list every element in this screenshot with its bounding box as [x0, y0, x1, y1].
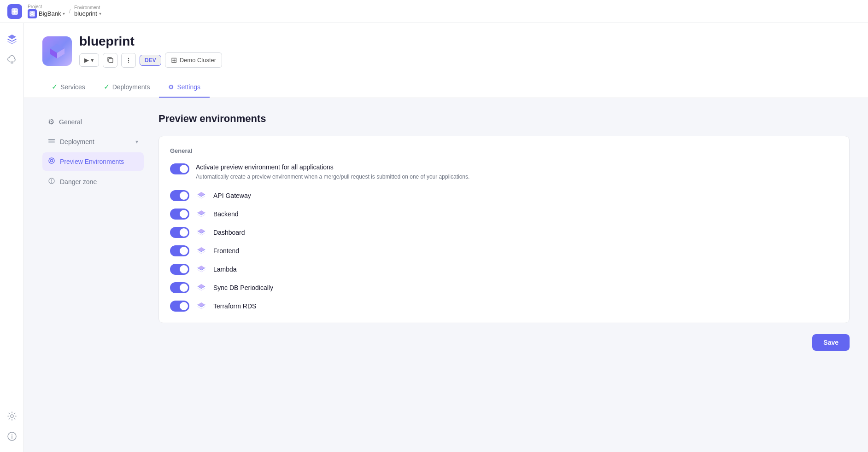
topbar: Project BigBank ▾ / Environment blueprin…: [0, 0, 868, 23]
svg-rect-8: [48, 139, 55, 140]
service-toggle-backend[interactable]: [170, 209, 189, 220]
sidebar-general-label: General: [59, 118, 82, 126]
tab-settings[interactable]: ⚙ Settings: [159, 77, 210, 98]
svg-rect-4: [109, 58, 113, 63]
service-icon: [196, 190, 207, 201]
project-icon: [28, 9, 37, 18]
svg-point-6: [128, 59, 129, 60]
header-section: blueprint ▶ ▾: [24, 23, 868, 98]
activate-preview-toggle[interactable]: [170, 163, 189, 174]
breadcrumb-separator: /: [69, 8, 70, 15]
env-name-link[interactable]: blueprint ▾: [74, 10, 101, 17]
sidebar-bottom-icons: [4, 408, 20, 445]
project-name-link[interactable]: BigBank ▾: [28, 9, 65, 18]
env-chevron-icon: ▾: [99, 11, 101, 16]
service-toggle-frontend[interactable]: [170, 245, 189, 256]
cluster-icon: ⊞: [171, 56, 177, 64]
more-options-button[interactable]: [121, 53, 136, 68]
settings-sidebar: ⚙ General Deployment ▾: [42, 113, 144, 351]
env-title-group: blueprint ▶ ▾: [79, 34, 222, 68]
cluster-name: Demo Cluster: [180, 57, 216, 64]
service-list: API Gateway Backend Dashboard: [170, 190, 838, 312]
service-name: Lambda: [213, 266, 237, 273]
dev-badge-button[interactable]: DEV: [140, 55, 161, 66]
copy-button[interactable]: [103, 53, 117, 68]
service-toggle-row: API Gateway: [170, 190, 838, 201]
service-toggle-row: Lambda: [170, 264, 838, 275]
settings-page-title: Preview environments: [158, 113, 850, 125]
svg-point-2: [11, 415, 13, 417]
tab-services[interactable]: ✓ Services: [42, 77, 94, 98]
deployment-icon: [48, 137, 55, 146]
project-label: Project: [28, 5, 65, 9]
general-card: General Activate preview environment for…: [158, 136, 850, 323]
service-toggle-api-gateway[interactable]: [170, 190, 189, 201]
env-actions: ▶ ▾: [79, 52, 222, 68]
sidebar-item-general[interactable]: ⚙ General: [42, 113, 144, 131]
card-section-title: General: [170, 147, 838, 154]
play-chevron-icon: ▾: [91, 57, 94, 64]
main-toggle-label-group: Activate preview environment for all app…: [196, 163, 838, 181]
service-toggle-row: Dashboard: [170, 227, 838, 238]
service-name: Dashboard: [213, 229, 245, 236]
service-toggle-lambda[interactable]: [170, 264, 189, 275]
sidebar-deployment-label: Deployment: [60, 138, 94, 145]
svg-rect-9: [48, 141, 55, 143]
danger-icon: [48, 177, 55, 186]
deployments-check-icon: ✓: [104, 82, 110, 91]
tab-deployments-label: Deployments: [112, 83, 150, 91]
main-content: blueprint ▶ ▾: [24, 23, 868, 452]
service-toggle-row: Sync DB Periodically: [170, 282, 838, 293]
service-toggle-sync-db[interactable]: [170, 282, 189, 293]
deployment-left: Deployment: [48, 137, 94, 146]
service-name: Sync DB Periodically: [213, 284, 273, 291]
service-toggle-terraform-rds[interactable]: [170, 301, 189, 312]
sidebar-item-deployment[interactable]: Deployment ▾: [42, 133, 144, 151]
svg-point-7: [128, 61, 129, 62]
icon-sidebar: [0, 23, 24, 452]
cluster-button[interactable]: ⊞ Demo Cluster: [165, 52, 222, 68]
sidebar-cloud-icon[interactable]: [4, 51, 20, 67]
main-toggle-label: Activate preview environment for all app…: [196, 163, 838, 171]
service-toggle-row: Terraform RDS: [170, 301, 838, 312]
service-icon: [196, 227, 207, 238]
breadcrumb: Project BigBank ▾ / Environment blueprin…: [28, 5, 101, 18]
sidebar-settings-icon[interactable]: [4, 408, 20, 424]
service-name: Backend: [213, 210, 238, 218]
save-btn-container: Save: [158, 334, 850, 351]
sidebar-layers-icon[interactable]: [4, 30, 20, 47]
tabs: ✓ Services ✓ Deployments ⚙ Settings: [42, 77, 850, 98]
main-layout: blueprint ▶ ▾: [0, 23, 868, 452]
tab-deployments[interactable]: ✓ Deployments: [94, 77, 159, 98]
service-toggle-dashboard[interactable]: [170, 227, 189, 238]
service-name: API Gateway: [213, 192, 251, 199]
project-chevron-icon: ▾: [63, 11, 65, 16]
env-label: Environment: [74, 6, 101, 10]
run-button[interactable]: ▶ ▾: [79, 53, 99, 67]
save-button[interactable]: Save: [812, 334, 850, 351]
service-icon: [196, 245, 207, 256]
settings-content: Preview environments General Activate pr…: [158, 113, 850, 351]
env-header: blueprint ▶ ▾: [42, 34, 850, 68]
sidebar-info-icon[interactable]: [4, 428, 20, 445]
settings-layout: ⚙ General Deployment ▾: [24, 98, 868, 365]
deployment-chevron-icon: ▾: [135, 139, 138, 145]
service-icon: [196, 264, 207, 275]
tab-settings-label: Settings: [177, 83, 200, 91]
service-name: Frontend: [213, 247, 239, 255]
service-toggle-row: Frontend: [170, 245, 838, 256]
services-check-icon: ✓: [52, 82, 58, 91]
env-title: blueprint: [79, 34, 222, 49]
main-toggle-description: Automatically create a preview environme…: [196, 173, 838, 181]
general-icon: ⚙: [48, 117, 54, 126]
service-icon: [196, 282, 207, 293]
svg-point-11: [51, 160, 53, 162]
sidebar-item-preview-environments[interactable]: Preview Environments: [42, 152, 144, 171]
sidebar-item-danger-zone[interactable]: Danger zone: [42, 173, 144, 191]
service-icon: [196, 301, 207, 312]
service-icon: [196, 209, 207, 220]
env-logo: [42, 36, 72, 66]
app-logo[interactable]: [7, 4, 22, 19]
svg-point-5: [128, 58, 129, 58]
play-icon: ▶: [84, 57, 89, 64]
